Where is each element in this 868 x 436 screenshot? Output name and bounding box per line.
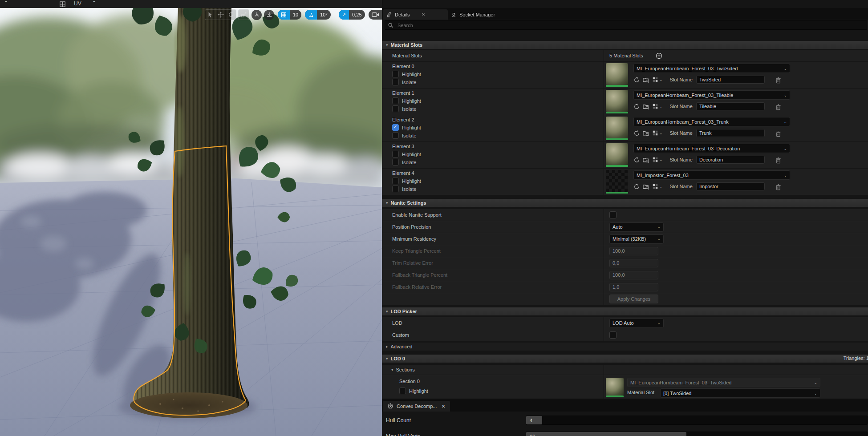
close-icon[interactable]: ✕: [422, 12, 425, 17]
scale-snap-icon[interactable]: ↗: [339, 10, 349, 20]
delete-slot-icon[interactable]: [775, 104, 782, 112]
browse-to-asset-icon[interactable]: [643, 77, 649, 83]
material-dropdown[interactable]: MI_EuropeanHornbeam_Forest_03_Decoration…: [633, 144, 790, 153]
material-thumbnail[interactable]: [606, 90, 628, 112]
delete-slot-icon[interactable]: [775, 130, 782, 139]
tab-details[interactable]: Details ✕: [383, 9, 448, 20]
sections-row[interactable]: ▾ Sections: [382, 365, 868, 375]
highlight-checkbox[interactable]: [392, 71, 399, 77]
grid-snap-icon[interactable]: [278, 10, 290, 20]
tab-convex-decomposition[interactable]: Convex Decomp... ✕: [383, 401, 450, 412]
delete-slot-icon[interactable]: [775, 184, 782, 192]
grid-snap-value[interactable]: 10: [290, 10, 301, 20]
slot-name-input[interactable]: [696, 102, 765, 110]
move-tool-icon[interactable]: [215, 10, 226, 19]
chevron-expanded-icon[interactable]: ▾: [391, 367, 393, 372]
camera-speed-icon[interactable]: [369, 10, 382, 20]
material-dropdown[interactable]: MI_EuropeanHornbeam_Forest_03_Trunk⌄: [633, 117, 790, 126]
surface-snapping-button[interactable]: [264, 10, 274, 20]
apply-changes-button[interactable]: Apply Changes: [609, 295, 658, 303]
material-slot-dropdown[interactable]: [0] TwoSided⌄: [660, 388, 820, 398]
enable-nanite-checkbox[interactable]: [609, 211, 617, 218]
delete-slot-icon[interactable]: [775, 77, 782, 85]
minimum-residency-dropdown[interactable]: Minimal (32KB)⌄: [609, 234, 664, 244]
highlight-checkbox[interactable]: [392, 178, 399, 184]
slot-name-input[interactable]: [696, 156, 765, 164]
chevron-down-icon[interactable]: ⌄: [92, 0, 97, 4]
camera-speed-control[interactable]: 4: [369, 10, 382, 20]
material-slots-header[interactable]: ▾ Material Slots: [382, 41, 868, 49]
rotation-snap-control[interactable]: 10°: [305, 10, 331, 20]
highlight-checkbox[interactable]: [392, 151, 399, 157]
material-thumbnail[interactable]: [606, 117, 628, 138]
search-input[interactable]: [397, 22, 799, 28]
uv-icon[interactable]: [59, 1, 66, 8]
slot-name-input[interactable]: [696, 182, 765, 190]
chevron-down-icon[interactable]: ⌄: [4, 0, 8, 4]
material-dropdown[interactable]: MI_EuropeanHornbeam_Forest_03_Tileable⌄: [633, 90, 790, 100]
material-options-icon[interactable]: ⌄: [652, 130, 663, 136]
chevron-collapsed-icon[interactable]: ▸: [386, 344, 388, 349]
rotate-tool-icon[interactable]: [226, 10, 236, 19]
rotation-snap-icon[interactable]: [305, 10, 317, 20]
add-material-slot-icon[interactable]: [656, 52, 662, 59]
delete-slot-icon[interactable]: [775, 157, 782, 166]
use-selected-asset-icon[interactable]: [633, 103, 640, 110]
isolate-checkbox[interactable]: [392, 186, 399, 192]
isolate-checkbox[interactable]: [392, 105, 399, 112]
lod-dropdown[interactable]: LOD Auto⌄: [609, 319, 664, 328]
highlight-checkbox[interactable]: [392, 97, 399, 104]
material-options-icon[interactable]: ⌄: [652, 183, 663, 190]
isolate-checkbox[interactable]: [392, 132, 399, 139]
max-hull-verts-slider[interactable]: 16: [526, 432, 868, 436]
section-material-thumbnail[interactable]: [606, 378, 624, 396]
nanite-settings-header[interactable]: ▾ Nanite Settings: [382, 199, 868, 207]
use-selected-asset-icon[interactable]: [633, 157, 640, 163]
hull-count-slider[interactable]: 4: [526, 416, 868, 425]
isolate-checkbox[interactable]: [392, 159, 399, 166]
use-selected-asset-icon[interactable]: [633, 130, 640, 137]
lod0-header[interactable]: ▾ LOD 0 Triangles: 1.0: [382, 355, 868, 363]
chevron-expanded-icon[interactable]: ▾: [386, 201, 388, 205]
material-dropdown[interactable]: MI_Impostor_Forest_03⌄: [633, 170, 790, 180]
uv-toolbar-label[interactable]: UV: [74, 0, 81, 7]
highlight-checkbox[interactable]: [392, 124, 399, 131]
custom-checkbox[interactable]: [609, 331, 617, 339]
chevron-expanded-icon[interactable]: ▾: [386, 43, 388, 47]
slot-name-input[interactable]: [696, 76, 765, 84]
scale-snap-value[interactable]: 0,25: [349, 10, 365, 20]
isolate-checkbox[interactable]: [392, 79, 399, 85]
close-icon[interactable]: ✕: [441, 404, 445, 409]
browse-to-asset-icon[interactable]: [643, 157, 649, 163]
coordinate-space-button[interactable]: [251, 10, 262, 20]
browse-to-asset-icon[interactable]: [643, 130, 649, 137]
browse-to-asset-icon[interactable]: [643, 103, 649, 110]
browse-to-asset-icon[interactable]: [643, 183, 649, 190]
material-thumbnail[interactable]: [606, 170, 628, 192]
use-selected-asset-icon[interactable]: [633, 183, 640, 190]
material-thumbnail[interactable]: [606, 143, 628, 165]
use-selected-asset-icon[interactable]: [633, 77, 640, 83]
material-options-icon[interactable]: ⌄: [652, 103, 663, 109]
rotation-snap-value[interactable]: 10°: [317, 10, 331, 20]
search-box[interactable]: [385, 20, 867, 30]
scale-snap-control[interactable]: ↗ 0,25: [339, 10, 365, 20]
advanced-row[interactable]: ▸ Advanced: [382, 343, 868, 351]
position-precision-dropdown[interactable]: Auto⌄: [609, 222, 664, 232]
select-tool-icon[interactable]: [205, 10, 215, 19]
chevron-expanded-icon[interactable]: ▾: [386, 309, 388, 314]
fallback-relative-error-row: Fallback Relative Error 1,0: [382, 281, 868, 293]
tab-socket-manager[interactable]: Socket Manager: [447, 10, 499, 20]
material-thumbnail[interactable]: [606, 63, 628, 85]
grid-snap-control[interactable]: 10: [278, 10, 301, 20]
3d-viewport[interactable]: 10 10° ↗ 0,25 4: [0, 8, 382, 436]
material-options-icon[interactable]: ⌄: [652, 77, 663, 83]
section-material-dropdown[interactable]: MI_EuropeanHornbeam_Forest_03_TwoSided⌄: [627, 378, 820, 387]
material-options-icon[interactable]: ⌄: [652, 157, 663, 163]
chevron-expanded-icon[interactable]: ▾: [386, 356, 388, 361]
highlight-checkbox[interactable]: [399, 388, 406, 394]
material-dropdown[interactable]: MI_EuropeanHornbeam_Forest_03_TwoSided⌄: [633, 64, 790, 73]
slot-name-input[interactable]: [696, 129, 765, 137]
lod-picker-header[interactable]: ▾ LOD Picker: [382, 307, 868, 315]
scale-tool-icon[interactable]: [239, 10, 249, 19]
